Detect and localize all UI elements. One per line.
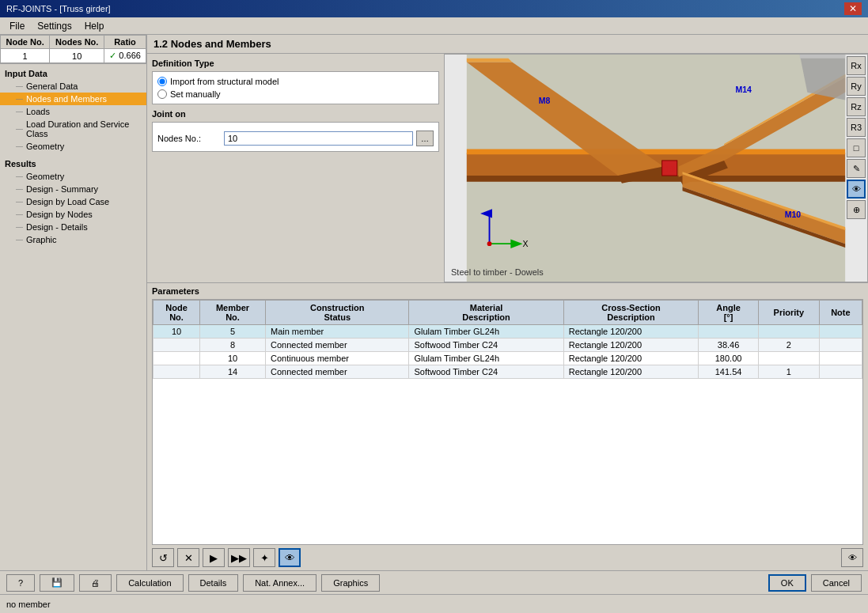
table-row[interactable]: 14Connected memberSoftwood Timber C24Rec… bbox=[154, 365, 862, 379]
details-button[interactable]: Details bbox=[188, 574, 239, 592]
delete-button[interactable]: ✕ bbox=[177, 548, 199, 567]
row-nodes-no: 10 bbox=[50, 49, 104, 63]
graphics-button[interactable]: Graphics bbox=[321, 574, 380, 592]
radio-import[interactable] bbox=[157, 77, 167, 86]
sidebar-item-load-duration[interactable]: Load Duration and Service Class bbox=[0, 118, 146, 140]
row-no: 1 bbox=[1, 49, 50, 63]
sidebar-item-design-summary[interactable]: Design - Summary bbox=[0, 183, 146, 195]
sidebar-item-geometry-input[interactable]: Geometry bbox=[0, 140, 146, 153]
params-table: NodeNo. MemberNo. ConstructionStatus Mat… bbox=[153, 300, 862, 379]
table-cell: Main member bbox=[265, 325, 408, 339]
sidebar-item-general-data[interactable]: General Data bbox=[0, 80, 146, 93]
view-caption: Steel to timber - Dowels bbox=[451, 267, 544, 277]
joint-on-box: Nodes No.: 10 … bbox=[152, 122, 439, 152]
table-cell bbox=[819, 339, 862, 352]
svg-marker-2 bbox=[467, 149, 845, 155]
view-btn-r3[interactable]: R3 bbox=[847, 118, 866, 137]
table-cell bbox=[154, 365, 200, 379]
joint-on-label: Joint on bbox=[152, 109, 439, 119]
th-angle: Angle[°] bbox=[699, 301, 759, 325]
menu-help[interactable]: Help bbox=[78, 19, 111, 33]
radio-manual-row[interactable]: Set manually bbox=[157, 89, 434, 99]
nodes-no-label: Nodes No.: bbox=[157, 134, 221, 143]
radio-import-row[interactable]: Import from structural model bbox=[157, 77, 434, 86]
save-button[interactable]: 💾 bbox=[40, 574, 74, 592]
help-icon-btn[interactable]: ? bbox=[6, 574, 35, 592]
svg-marker-5 bbox=[467, 59, 512, 62]
params-label: Parameters bbox=[152, 286, 863, 296]
table-row[interactable]: 8Connected memberSoftwood Timber C24Rect… bbox=[154, 339, 862, 352]
calculation-button[interactable]: Calculation bbox=[116, 574, 183, 592]
view-btn-rz[interactable]: Rz bbox=[847, 97, 866, 116]
content-header: 1.2 Nodes and Members bbox=[147, 35, 868, 54]
title-text: RF-JOINTS - [Truss girder] bbox=[6, 4, 111, 13]
print-button[interactable]: 🖨 bbox=[79, 574, 112, 592]
sidebar-item-design-nodes[interactable]: Design by Nodes bbox=[0, 208, 146, 221]
sidebar-item-design-details[interactable]: Design - Details bbox=[0, 221, 146, 233]
table-cell: 1 bbox=[758, 365, 819, 379]
table-cell: Softwood Timber C24 bbox=[409, 339, 563, 352]
menu-settings[interactable]: Settings bbox=[31, 19, 78, 33]
view-btn-zoom[interactable]: ⊕ bbox=[847, 200, 866, 219]
tree-nav: Input Data General Data Nodes and Member… bbox=[0, 64, 146, 570]
table-cell: Continuous member bbox=[265, 352, 408, 365]
svg-text:X: X bbox=[523, 239, 529, 248]
svg-marker-3 bbox=[467, 176, 845, 182]
table-cell: 14 bbox=[200, 365, 266, 379]
section-input-data: Input Data bbox=[0, 67, 146, 80]
table-cell: 141.54 bbox=[699, 365, 759, 379]
table-cell: 10 bbox=[200, 352, 266, 365]
svg-text:10: 10 bbox=[665, 165, 675, 174]
table-cell: Glulam Timber GL24h bbox=[409, 352, 563, 365]
th-construction-status: ConstructionStatus bbox=[265, 301, 408, 325]
sidebar-item-nodes-members[interactable]: Nodes and Members bbox=[0, 93, 146, 105]
params-table-wrap[interactable]: NodeNo. MemberNo. ConstructionStatus Mat… bbox=[152, 299, 863, 545]
th-member-no: MemberNo. bbox=[200, 301, 266, 325]
eye-btn-right[interactable]: 👁 bbox=[841, 548, 863, 567]
refresh-button[interactable]: ↺ bbox=[152, 548, 174, 567]
radio-manual[interactable] bbox=[157, 89, 167, 99]
forward-button[interactable]: ▶ bbox=[203, 548, 225, 567]
title-bar: RF-JOINTS - [Truss girder] ✕ bbox=[0, 0, 868, 17]
table-cell: 38.46 bbox=[699, 339, 759, 352]
truss-svg: 10 X bbox=[445, 55, 867, 282]
params-toolbar: ↺ ✕ ▶ ▶▶ ✦ 👁 👁 bbox=[152, 545, 863, 567]
main-area: Node No. Nodes No. Ratio 1 10 ✓ 0.666 In… bbox=[0, 35, 868, 570]
fast-forward-button[interactable]: ▶▶ bbox=[228, 548, 250, 567]
view-btn-ry[interactable]: Ry bbox=[847, 77, 866, 96]
col-nodes-no: Nodes No. bbox=[50, 36, 104, 49]
table-cell: Rectangle 120/200 bbox=[563, 325, 699, 339]
radio-import-label: Import from structural model bbox=[170, 77, 279, 86]
table-cell: 180.00 bbox=[699, 352, 759, 365]
menu-file[interactable]: File bbox=[3, 19, 31, 33]
svg-text:M10: M10 bbox=[785, 210, 802, 219]
view-btn-eye[interactable]: 👁 bbox=[847, 180, 866, 199]
svg-text:M14: M14 bbox=[735, 85, 752, 94]
sidebar-item-design-load-case[interactable]: Design by Load Case bbox=[0, 195, 146, 208]
nodes-no-input[interactable]: 10 bbox=[224, 131, 413, 146]
table-cell: Softwood Timber C24 bbox=[409, 365, 563, 379]
close-button[interactable]: ✕ bbox=[844, 2, 862, 15]
table-row[interactable]: 10Continuous memberGlulam Timber GL24hRe… bbox=[154, 352, 862, 365]
table-cell bbox=[758, 352, 819, 365]
sidebar-item-loads[interactable]: Loads bbox=[0, 105, 146, 118]
table-cell bbox=[758, 325, 819, 339]
table-cell bbox=[154, 352, 200, 365]
cancel-button[interactable]: Cancel bbox=[811, 574, 862, 592]
sidebar-item-graphic[interactable]: Graphic bbox=[0, 233, 146, 246]
table-row[interactable]: 1 10 ✓ 0.666 bbox=[1, 49, 146, 63]
table-row[interactable]: 105Main memberGlulam Timber GL24hRectang… bbox=[154, 325, 862, 339]
nat-annex-button[interactable]: Nat. Annex... bbox=[243, 574, 316, 592]
definition-type-box: Import from structural model Set manuall… bbox=[152, 71, 439, 104]
view-btn-edit[interactable]: ✎ bbox=[847, 159, 866, 178]
view-btn-rx[interactable]: Rx bbox=[847, 56, 866, 75]
table-cell: Rectangle 120/200 bbox=[563, 352, 699, 365]
eye-button-params[interactable]: 👁 bbox=[279, 548, 301, 567]
nodes-no-picker-button[interactable]: … bbox=[416, 131, 434, 146]
special-button[interactable]: ✦ bbox=[253, 548, 275, 567]
sidebar-item-geometry-results[interactable]: Geometry bbox=[0, 170, 146, 183]
definition-panel: Definition Type Import from structural m… bbox=[147, 54, 444, 282]
view-btn-frame[interactable]: □ bbox=[847, 138, 866, 157]
ok-button[interactable]: OK bbox=[768, 574, 806, 592]
th-priority: Priority bbox=[758, 301, 819, 325]
